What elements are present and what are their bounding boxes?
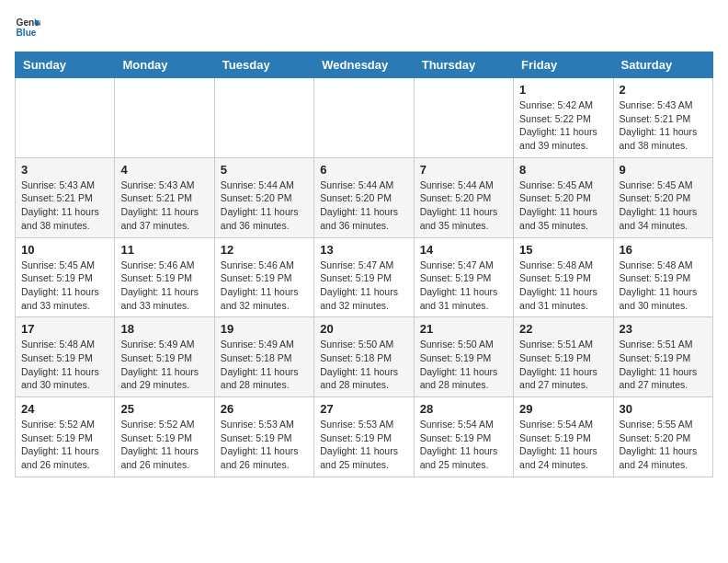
weekday-header-saturday: Saturday <box>613 52 712 78</box>
calendar-cell: 27Sunrise: 5:53 AMSunset: 5:19 PMDayligh… <box>314 397 414 477</box>
day-number: 10 <box>21 243 108 257</box>
weekday-header-wednesday: Wednesday <box>314 52 414 78</box>
day-number: 19 <box>221 322 308 336</box>
day-info: Sunrise: 5:43 AMSunset: 5:21 PMDaylight:… <box>120 178 208 233</box>
calendar-cell: 22Sunrise: 5:51 AMSunset: 5:19 PMDayligh… <box>514 317 613 397</box>
calendar-cell: 30Sunrise: 5:55 AMSunset: 5:20 PMDayligh… <box>613 397 712 477</box>
weekday-header-thursday: Thursday <box>414 52 513 78</box>
day-info: Sunrise: 5:47 AMSunset: 5:19 PMDaylight:… <box>420 259 507 313</box>
calendar-cell: 10Sunrise: 5:45 AMSunset: 5:19 PMDayligh… <box>16 237 115 317</box>
calendar-cell: 16Sunrise: 5:48 AMSunset: 5:19 PMDayligh… <box>613 237 712 317</box>
calendar-cell: 12Sunrise: 5:46 AMSunset: 5:19 PMDayligh… <box>214 237 313 317</box>
calendar-cell: 9Sunrise: 5:45 AMSunset: 5:20 PMDaylight… <box>613 157 712 237</box>
day-info: Sunrise: 5:44 AMSunset: 5:20 PMDaylight:… <box>221 178 308 233</box>
calendar-cell: 2Sunrise: 5:43 AMSunset: 5:21 PMDaylight… <box>613 78 712 158</box>
day-number: 3 <box>21 163 108 177</box>
calendar-cell: 29Sunrise: 5:54 AMSunset: 5:19 PMDayligh… <box>514 397 613 477</box>
day-number: 14 <box>420 243 507 257</box>
calendar-cell: 14Sunrise: 5:47 AMSunset: 5:19 PMDayligh… <box>414 237 513 317</box>
day-number: 22 <box>519 322 607 336</box>
calendar-cell: 1Sunrise: 5:42 AMSunset: 5:22 PMDaylight… <box>514 78 613 158</box>
day-info: Sunrise: 5:52 AMSunset: 5:19 PMDaylight:… <box>21 418 108 472</box>
calendar-week-3: 10Sunrise: 5:45 AMSunset: 5:19 PMDayligh… <box>16 237 713 317</box>
day-number: 28 <box>420 402 507 416</box>
day-number: 1 <box>519 83 607 97</box>
day-number: 26 <box>221 402 308 416</box>
calendar-cell: 23Sunrise: 5:51 AMSunset: 5:19 PMDayligh… <box>613 317 712 397</box>
day-number: 17 <box>21 322 108 336</box>
calendar-week-4: 17Sunrise: 5:48 AMSunset: 5:19 PMDayligh… <box>16 317 713 397</box>
day-number: 2 <box>620 83 707 97</box>
page-header: General Blue <box>15 15 713 40</box>
day-info: Sunrise: 5:51 AMSunset: 5:19 PMDaylight:… <box>519 338 607 392</box>
calendar-week-5: 24Sunrise: 5:52 AMSunset: 5:19 PMDayligh… <box>16 397 713 477</box>
weekday-header-tuesday: Tuesday <box>214 52 313 78</box>
calendar-cell: 6Sunrise: 5:44 AMSunset: 5:20 PMDaylight… <box>314 157 414 237</box>
day-number: 4 <box>120 163 208 177</box>
day-number: 29 <box>519 402 607 416</box>
calendar-cell <box>115 78 214 158</box>
calendar-cell <box>16 78 115 158</box>
day-info: Sunrise: 5:45 AMSunset: 5:20 PMDaylight:… <box>620 178 707 233</box>
day-info: Sunrise: 5:50 AMSunset: 5:18 PMDaylight:… <box>320 338 407 392</box>
day-info: Sunrise: 5:46 AMSunset: 5:19 PMDaylight:… <box>221 259 308 313</box>
day-number: 8 <box>519 163 607 177</box>
day-number: 24 <box>21 402 108 416</box>
day-info: Sunrise: 5:44 AMSunset: 5:20 PMDaylight:… <box>320 178 407 233</box>
day-info: Sunrise: 5:48 AMSunset: 5:19 PMDaylight:… <box>620 259 707 313</box>
day-number: 21 <box>420 322 507 336</box>
day-number: 27 <box>320 402 407 416</box>
day-number: 6 <box>320 163 407 177</box>
day-number: 5 <box>221 163 308 177</box>
day-info: Sunrise: 5:51 AMSunset: 5:19 PMDaylight:… <box>620 338 707 392</box>
day-number: 25 <box>120 402 208 416</box>
day-info: Sunrise: 5:48 AMSunset: 5:19 PMDaylight:… <box>519 259 607 313</box>
day-number: 12 <box>221 243 308 257</box>
calendar-table: SundayMondayTuesdayWednesdayThursdayFrid… <box>15 52 713 477</box>
calendar-cell: 28Sunrise: 5:54 AMSunset: 5:19 PMDayligh… <box>414 397 513 477</box>
day-info: Sunrise: 5:54 AMSunset: 5:19 PMDaylight:… <box>420 418 507 472</box>
calendar-cell <box>314 78 414 158</box>
day-info: Sunrise: 5:53 AMSunset: 5:19 PMDaylight:… <box>320 418 407 472</box>
day-info: Sunrise: 5:49 AMSunset: 5:18 PMDaylight:… <box>221 338 308 392</box>
day-number: 18 <box>120 322 208 336</box>
calendar-cell: 11Sunrise: 5:46 AMSunset: 5:19 PMDayligh… <box>115 237 214 317</box>
calendar-cell: 13Sunrise: 5:47 AMSunset: 5:19 PMDayligh… <box>314 237 414 317</box>
calendar-cell: 15Sunrise: 5:48 AMSunset: 5:19 PMDayligh… <box>514 237 613 317</box>
weekday-header-monday: Monday <box>115 52 214 78</box>
day-number: 11 <box>120 243 208 257</box>
day-number: 13 <box>320 243 407 257</box>
day-number: 20 <box>320 322 407 336</box>
calendar-cell: 18Sunrise: 5:49 AMSunset: 5:19 PMDayligh… <box>115 317 214 397</box>
calendar-cell: 17Sunrise: 5:48 AMSunset: 5:19 PMDayligh… <box>16 317 115 397</box>
day-info: Sunrise: 5:53 AMSunset: 5:19 PMDaylight:… <box>221 418 308 472</box>
weekday-header-sunday: Sunday <box>16 52 115 78</box>
day-number: 7 <box>420 163 507 177</box>
day-info: Sunrise: 5:55 AMSunset: 5:20 PMDaylight:… <box>620 418 707 472</box>
calendar-body: 1Sunrise: 5:42 AMSunset: 5:22 PMDaylight… <box>16 78 713 477</box>
day-info: Sunrise: 5:49 AMSunset: 5:19 PMDaylight:… <box>120 338 208 392</box>
day-info: Sunrise: 5:48 AMSunset: 5:19 PMDaylight:… <box>21 338 108 392</box>
day-info: Sunrise: 5:45 AMSunset: 5:20 PMDaylight:… <box>519 178 607 233</box>
day-info: Sunrise: 5:45 AMSunset: 5:19 PMDaylight:… <box>21 259 108 313</box>
calendar-cell: 25Sunrise: 5:52 AMSunset: 5:19 PMDayligh… <box>115 397 214 477</box>
weekday-header-friday: Friday <box>514 52 613 78</box>
weekday-header-row: SundayMondayTuesdayWednesdayThursdayFrid… <box>16 52 713 78</box>
calendar-cell <box>414 78 513 158</box>
calendar-cell: 5Sunrise: 5:44 AMSunset: 5:20 PMDaylight… <box>214 157 313 237</box>
day-info: Sunrise: 5:52 AMSunset: 5:19 PMDaylight:… <box>120 418 208 472</box>
calendar-cell <box>214 78 313 158</box>
calendar-cell: 19Sunrise: 5:49 AMSunset: 5:18 PMDayligh… <box>214 317 313 397</box>
calendar-cell: 7Sunrise: 5:44 AMSunset: 5:20 PMDaylight… <box>414 157 513 237</box>
day-info: Sunrise: 5:44 AMSunset: 5:20 PMDaylight:… <box>420 178 507 233</box>
day-info: Sunrise: 5:47 AMSunset: 5:19 PMDaylight:… <box>320 259 407 313</box>
day-number: 9 <box>620 163 707 177</box>
calendar-cell: 21Sunrise: 5:50 AMSunset: 5:19 PMDayligh… <box>414 317 513 397</box>
calendar-cell: 20Sunrise: 5:50 AMSunset: 5:18 PMDayligh… <box>314 317 414 397</box>
calendar-cell: 24Sunrise: 5:52 AMSunset: 5:19 PMDayligh… <box>16 397 115 477</box>
day-info: Sunrise: 5:43 AMSunset: 5:21 PMDaylight:… <box>620 98 707 153</box>
logo: General Blue <box>15 15 40 40</box>
calendar-cell: 8Sunrise: 5:45 AMSunset: 5:20 PMDaylight… <box>514 157 613 237</box>
logo-icon: General Blue <box>15 15 40 40</box>
day-info: Sunrise: 5:50 AMSunset: 5:19 PMDaylight:… <box>420 338 507 392</box>
